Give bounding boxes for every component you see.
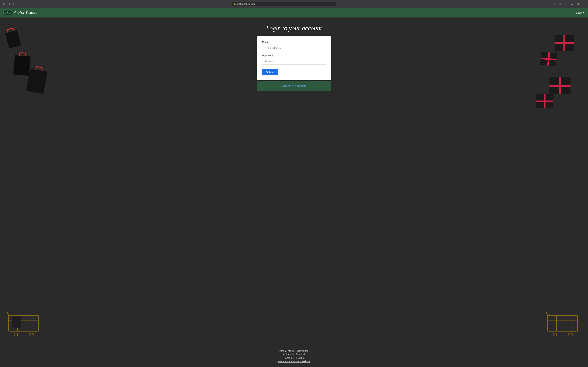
- url-text: aloha-trades.com: [237, 3, 255, 5]
- browser-controls: ⊞ ‹ ›: [2, 2, 15, 6]
- tabs-button[interactable]: ⧉: [558, 2, 562, 6]
- browser-chrome: ⊞ ‹ › 🔒 aloha-trades.com ⌂ ⧉ + ⏱ ⊞ ↑: [0, 0, 588, 8]
- register-link[interactable]: Click here to Register: [281, 84, 307, 87]
- svg-point-13: [569, 333, 572, 336]
- svg-line-1: [7, 312, 9, 316]
- navbar: 🏝️ Aloha Trades Aloha Trades Login ▾: [0, 8, 588, 17]
- new-tab-button[interactable]: +: [564, 2, 568, 6]
- login-card: Email Password Submit: [257, 36, 331, 80]
- svg-point-12: [553, 333, 556, 336]
- svg-point-2: [14, 333, 17, 336]
- brand-name: Aloha Trades: [14, 10, 37, 15]
- gift-box-decor-1: [555, 35, 574, 51]
- svg-point-3: [30, 333, 33, 336]
- login-nav-button[interactable]: Login ▾: [576, 11, 585, 14]
- cart-decor-left: [7, 312, 42, 337]
- address-bar[interactable]: 🔒 aloha-trades.com: [232, 2, 337, 6]
- brand-logo[interactable]: 🏝️ Aloha Trades Aloha Trades: [3, 10, 38, 15]
- email-label: Email: [262, 41, 326, 44]
- footer-address: Honolulu, HI 96822: [3, 357, 585, 359]
- login-caret-icon: ▾: [583, 11, 585, 14]
- gift-box-decor-4: [536, 94, 553, 108]
- footer-info-link[interactable]: Information about our Website: [277, 360, 310, 363]
- password-form-group: Password: [262, 54, 326, 65]
- register-panel: Click here to Register: [257, 81, 331, 91]
- shopping-bag-decor-2: [13, 55, 30, 76]
- login-nav-label: Login: [576, 11, 582, 14]
- page-title: Login to your account: [266, 25, 322, 32]
- browser-right-controls: ⌂ ⧉ + ⏱ ⊞ ↑: [553, 2, 586, 6]
- logo-box: 🏝️ Aloha Trades: [3, 10, 12, 15]
- svg-rect-9: [12, 316, 21, 328]
- history-button[interactable]: ⏱: [570, 2, 575, 6]
- sidebar-toggle-button[interactable]: ⊞: [2, 2, 7, 6]
- lock-icon: 🔒: [234, 3, 236, 5]
- footer: Aloha Trades Organization University of …: [0, 346, 588, 367]
- share-button[interactable]: ↑: [582, 2, 586, 6]
- submit-button[interactable]: Submit: [262, 69, 278, 75]
- svg-rect-10: [548, 316, 578, 331]
- forward-button[interactable]: ›: [12, 2, 15, 6]
- footer-university: University of Hawaii: [3, 353, 585, 356]
- email-form-group: Email: [262, 41, 326, 51]
- back-button[interactable]: ‹: [8, 2, 11, 6]
- password-input[interactable]: [262, 58, 326, 65]
- password-label: Password: [262, 54, 326, 57]
- gift-box-decor-3: [550, 77, 571, 94]
- gift-box-decor-2: [540, 52, 557, 66]
- svg-line-11: [546, 312, 548, 316]
- home-button[interactable]: ⌂: [553, 2, 557, 6]
- email-input[interactable]: [262, 45, 326, 51]
- footer-org: Aloha Trades Organization: [3, 350, 585, 352]
- cart-decor-right: [546, 312, 581, 337]
- main-content: Login to your account Email Password Sub…: [0, 17, 588, 346]
- extensions-button[interactable]: ⊞: [576, 2, 581, 6]
